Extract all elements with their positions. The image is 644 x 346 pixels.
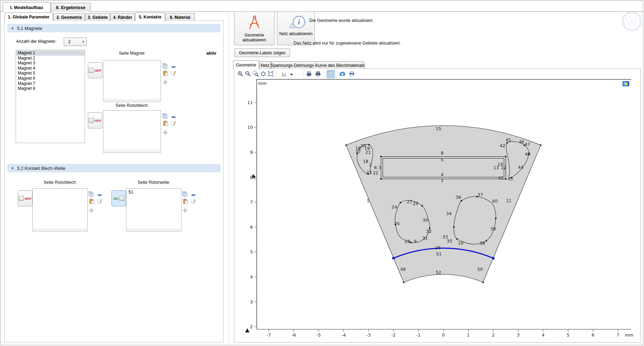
info-message-geometry: Die Geometrie wurde aktualisiert. <box>309 18 374 23</box>
svg-text:34: 34 <box>446 211 452 216</box>
zoom-to-fit-icon[interactable] <box>267 71 274 77</box>
svg-text:52: 52 <box>436 270 441 275</box>
animation-export-icon[interactable] <box>315 71 321 77</box>
svg-text:25: 25 <box>394 221 400 226</box>
tab-geometrie[interactable]: 2. Geometrie <box>53 13 85 21</box>
section-header-kontakt-blech-welle[interactable]: ▼ 5.2 Kontakt Blech-Welle <box>7 164 220 172</box>
zoom-to-selection-icon[interactable] <box>162 79 168 85</box>
scrollbar[interactable] <box>33 228 87 231</box>
zoom-to-selection-icon[interactable] <box>182 207 188 213</box>
vw-logo <box>622 11 642 31</box>
zoom-in-icon[interactable] <box>237 71 243 77</box>
svg-text:mm: mm <box>258 81 266 86</box>
svg-text:2: 2 <box>369 162 372 167</box>
image-export-icon[interactable] <box>306 71 312 77</box>
list-item[interactable]: Magnet 6 <box>16 76 85 81</box>
rotorwelle-kontakt-toggle[interactable]: ON <box>111 190 126 206</box>
section-header-magnete[interactable]: ▼ 5.1 Magnete <box>7 24 220 32</box>
right-cooling-hole[interactable] <box>454 196 496 244</box>
rotorblech-aktiv-toggle[interactable]: OFF <box>88 112 102 128</box>
toolbar-separator <box>324 71 325 77</box>
print-icon[interactable] <box>349 71 355 77</box>
update-geometry-button[interactable]: Geometrie aktualisieren <box>234 11 274 45</box>
tab-kontakte[interactable]: 5. Kontakte <box>135 13 165 21</box>
copy-selection-icon[interactable] <box>162 113 168 119</box>
anzahl-magnete-select[interactable]: 2 ▼ <box>64 38 87 46</box>
list-item[interactable]: Magnet 4 <box>16 66 85 71</box>
svg-text:5: 5 <box>567 332 569 338</box>
tab-plot-spannungs-dehnungs-kurve[interactable]: Spannungs-Dehnungs-Kurve des Blechmateri… <box>271 61 364 69</box>
remove-selection-icon[interactable] <box>171 114 177 120</box>
panel-splitter[interactable] <box>228 12 229 345</box>
svg-text:26: 26 <box>435 245 441 250</box>
view-dropdown-caret-icon[interactable] <box>289 72 294 76</box>
rotorblech-kontakt-toggle[interactable]: OFF <box>18 190 32 206</box>
scrollbar[interactable] <box>104 150 160 152</box>
tab-label: 5. Kontakte <box>139 15 162 19</box>
tab-raender[interactable]: 4. Ränder <box>110 13 135 21</box>
clear-selection-icon[interactable] <box>191 198 196 204</box>
show-geometry-labels-button[interactable]: Geometrie-Labels zeigen <box>234 48 290 57</box>
rotor-sector-geometry[interactable] <box>346 126 541 282</box>
clear-selection-icon[interactable] <box>171 70 177 76</box>
remove-selection-icon[interactable] <box>97 192 103 198</box>
svg-text:46: 46 <box>519 139 524 144</box>
remove-selection-icon[interactable] <box>171 64 177 70</box>
button-label: Geometrie aktualisieren <box>236 33 272 42</box>
list-item[interactable]: Magnet 2 <box>16 56 85 61</box>
magnet-list[interactable]: Magnet 1Magnet 2Magnet 3Magnet 4Magnet 5… <box>16 50 85 143</box>
tab-modellaufbau[interactable]: I. Modellaufbau <box>3 2 51 12</box>
zoom-extents-icon[interactable] <box>260 71 266 77</box>
svg-text:10: 10 <box>247 125 253 130</box>
svg-text:35: 35 <box>447 238 452 244</box>
tab-plot-netz[interactable]: Netz <box>259 61 271 69</box>
copy-selection-icon[interactable] <box>88 191 94 197</box>
copy-selection-icon[interactable] <box>182 191 188 197</box>
paste-selection-icon[interactable] <box>89 198 95 204</box>
scrollbar[interactable] <box>104 99 160 101</box>
svg-text:41: 41 <box>498 175 504 181</box>
list-item[interactable]: Magnet 3 <box>16 61 85 66</box>
svg-text:36: 36 <box>456 195 461 200</box>
geometry-plot-canvas[interactable]: -7-6-5-4-3-2-101234567234567891011mmmm15… <box>234 79 641 342</box>
tab-plot-geometrie[interactable]: Geometrie <box>233 60 259 69</box>
clear-selection-icon[interactable] <box>97 198 103 204</box>
list-item[interactable]: Magnet 7 <box>16 81 85 86</box>
grid-icon[interactable] <box>327 71 334 77</box>
zoom-to-selection-icon[interactable] <box>162 129 168 135</box>
selected-boundary-entry[interactable]: 51 <box>126 189 181 195</box>
tab-ergebnisse[interactable]: II. Ergebnisse <box>51 3 91 12</box>
list-item[interactable]: Magnet 1 <box>16 50 85 56</box>
paste-selection-icon[interactable] <box>163 120 169 126</box>
tab-globale-parameter[interactable]: 1. Globale Parameter <box>5 13 53 21</box>
rotorblech-kontakt-selection-box[interactable] <box>32 188 88 231</box>
graphics-watermark-icon <box>622 81 629 86</box>
svg-text:37: 37 <box>478 192 483 197</box>
rotorwelle-kontakt-selection-box[interactable]: 51 <box>126 188 181 231</box>
paste-selection-icon[interactable] <box>183 198 188 204</box>
remove-selection-icon[interactable] <box>191 192 196 198</box>
seite-rotorblech-selection-box[interactable] <box>103 110 161 153</box>
list-item[interactable]: Magnet 8 <box>16 86 85 91</box>
svg-text:-2: -2 <box>391 332 396 338</box>
default-view-icon[interactable] <box>281 71 287 77</box>
list-item[interactable]: Magnet 5 <box>16 71 85 76</box>
snapshot-camera-icon[interactable] <box>339 71 346 77</box>
zoom-out-icon[interactable] <box>245 71 251 77</box>
app-window: I. Modellaufbau II. Ergebnisse 1. Global… <box>0 0 644 346</box>
copy-selection-icon[interactable] <box>162 63 168 69</box>
graphics-toolbar <box>234 69 641 79</box>
tab-material[interactable]: 6. Material <box>165 13 195 21</box>
svg-text:-4: -4 <box>341 332 346 338</box>
zoom-to-selection-icon[interactable] <box>88 207 94 213</box>
svg-text:28: 28 <box>405 239 410 244</box>
svg-text:-6: -6 <box>292 332 296 338</box>
tab-gebiete[interactable]: 3. Gebiete <box>85 13 110 21</box>
zoom-box-icon[interactable] <box>253 71 259 77</box>
paste-selection-icon[interactable] <box>163 70 169 76</box>
magnet-aktiv-toggle[interactable]: OFF <box>88 62 102 78</box>
seite-magnet-selection-box[interactable] <box>103 60 161 102</box>
scrollbar[interactable] <box>127 228 181 231</box>
svg-text:32: 32 <box>426 229 432 234</box>
clear-selection-icon[interactable] <box>171 120 177 126</box>
